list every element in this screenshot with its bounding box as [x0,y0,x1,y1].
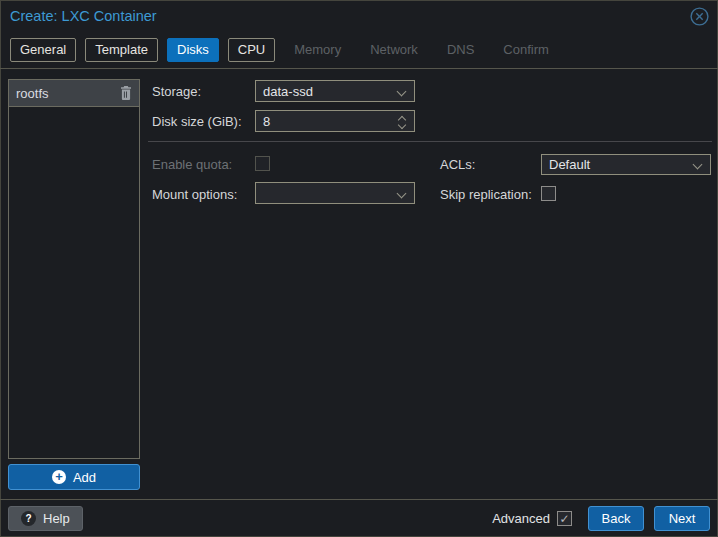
chevron-down-icon [397,189,407,199]
spinner-down-icon[interactable] [398,121,406,129]
acls-value: Default [549,157,590,172]
enable-quota-checkbox [255,156,270,171]
tab-confirm: Confirm [493,38,559,62]
footer-separator [0,499,718,500]
mountpoint-list: rootfs [8,79,140,459]
list-item-label: rootfs [16,86,120,101]
acls-select[interactable]: Default [541,154,711,175]
enable-quota-label: Enable quota: [152,157,232,172]
chevron-down-icon [397,87,407,97]
skip-replication-checkbox[interactable] [541,186,556,201]
close-icon[interactable] [690,7,709,26]
mount-options-select[interactable] [255,182,415,204]
mount-options-label: Mount options: [152,187,237,202]
back-button[interactable]: Back [588,506,644,531]
disk-size-field [255,110,415,132]
storage-label: Storage: [152,84,201,99]
acls-label: ACLs: [440,157,475,172]
skip-replication-label: Skip replication: [440,187,532,202]
tabbar-separator [0,68,718,69]
check-icon: ✓ [559,512,569,526]
help-button-label: Help [43,511,70,526]
footer-actions: Advanced ✓ Back Next [492,506,710,531]
tab-general[interactable]: General [10,38,76,62]
chevron-down-icon [693,160,703,170]
add-button-label: Add [73,470,96,485]
question-circle-icon: ? [21,511,36,526]
next-button[interactable]: Next [654,506,710,531]
advanced-checkbox[interactable]: ✓ [557,511,572,526]
tab-cpu[interactable]: CPU [228,38,275,62]
tab-disks[interactable]: Disks [167,38,219,62]
disk-size-label: Disk size (GiB): [152,114,242,129]
wizard-tabs: General Template Disks CPU Memory Networ… [10,38,559,62]
disk-size-input[interactable] [263,114,392,129]
tab-network: Network [360,38,428,62]
add-button[interactable]: + Add [8,464,140,490]
tab-dns: DNS [437,38,484,62]
spinner-buttons[interactable] [397,114,407,130]
plus-circle-icon: + [52,470,66,484]
storage-value: data-ssd [263,84,313,99]
dialog-title: Create: LXC Container [10,8,157,24]
tab-template[interactable]: Template [85,38,158,62]
advanced-label: Advanced [492,511,550,526]
trash-icon[interactable] [120,86,132,100]
help-button[interactable]: ? Help [8,506,83,531]
form-section-separator [148,141,712,142]
storage-select[interactable]: data-ssd [255,80,415,102]
tab-memory: Memory [284,38,351,62]
list-item-rootfs[interactable]: rootfs [9,80,139,107]
create-lxc-container-dialog: { "window": { "title": "Create: LXC Cont… [0,0,718,537]
